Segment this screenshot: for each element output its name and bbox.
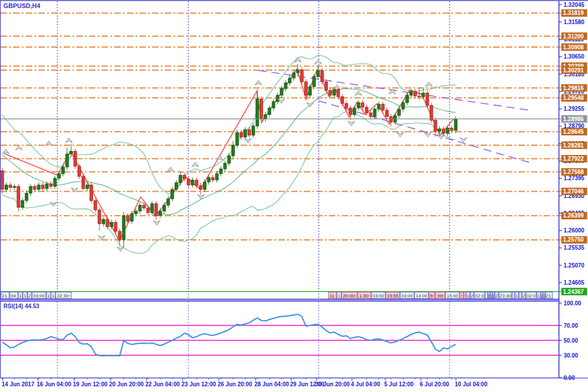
candle: [17, 187, 20, 207]
fractal-up-arrow-icon: [167, 167, 174, 172]
fractal-up-arrow-icon: [315, 60, 322, 64]
svg-text:1.27046: 1.27046: [563, 188, 585, 195]
fractal-down-arrow-icon: [438, 135, 444, 139]
candle: [130, 214, 133, 221]
fractal-down-arrow-icon: [307, 103, 314, 107]
candle: [357, 103, 360, 108]
fractal-down-arrow-icon: [117, 247, 124, 251]
svg-text:1.29548: 1.29548: [563, 95, 585, 101]
rsi-pane: [1, 315, 559, 356]
candle: [57, 174, 60, 178]
svg-text:1.25535: 1.25535: [564, 244, 585, 251]
fractal-up-arrow-icon: [334, 85, 341, 90]
fractal-up-arrow-icon: [355, 91, 362, 95]
svg-text:100.00: 100.00: [564, 300, 582, 306]
svg-text:4 Jul 04:00: 4 Jul 04:00: [351, 381, 381, 387]
candle: [33, 187, 36, 189]
svg-text:1.31819: 1.31819: [563, 10, 585, 16]
candle: [304, 81, 307, 95]
time-axis[interactable]: 14 Jun 201716 Jun 04:0019 Jun 12:0020 Ju…: [2, 378, 488, 388]
svg-text:1:30›: 1:30›: [359, 293, 370, 298]
fractal-down-arrow-icon: [348, 121, 355, 126]
candle: [312, 76, 315, 87]
candle: [248, 130, 251, 135]
candle: [211, 177, 214, 180]
candle: [401, 103, 404, 109]
svg-text:50.00: 50.00: [564, 337, 578, 344]
svg-text:14 Jun 2017: 14 Jun 2017: [2, 381, 34, 387]
candle: [252, 126, 255, 135]
svg-text:1.25070: 1.25070: [564, 262, 585, 269]
orange-level-lines: [1, 13, 559, 240]
candle: [454, 119, 457, 130]
candle: [203, 182, 206, 189]
chart-window[interactable]: 21:04:11203:001122:30›11:120:00›1:30›03:…: [0, 0, 588, 392]
svg-text:1: 1: [24, 293, 26, 298]
candle: [146, 208, 149, 213]
time-tag-strip: 21:04:11203:001122:30›11:120:00›1:30›03:…: [1, 292, 552, 298]
candle: [106, 219, 109, 227]
candle: [244, 130, 247, 137]
svg-text:|: |: [490, 293, 492, 298]
fractal-down-arrow-icon: [245, 138, 252, 143]
candle: [13, 187, 16, 188]
rsi-indicator-label: RSI(14) 44.53: [3, 303, 39, 309]
svg-text:15:55: 15:55: [387, 293, 399, 298]
candle: [264, 115, 267, 119]
candle: [231, 145, 234, 156]
candle: [430, 106, 433, 121]
svg-text:21:: 21:: [546, 293, 552, 298]
candle: [308, 87, 311, 95]
candle: [227, 156, 230, 163]
candle: [280, 88, 283, 95]
svg-text:1.24605: 1.24605: [564, 280, 585, 286]
candle: [69, 152, 72, 154]
candle: [361, 103, 364, 107]
weekly-separator-gridlines: [57, 1, 450, 378]
candle: [414, 91, 417, 96]
svg-text:1: 1: [338, 293, 341, 298]
svg-text:6 Jul 20:00: 6 Jul 20:00: [420, 381, 450, 387]
svg-text:1.30908: 1.30908: [563, 44, 585, 51]
svg-text:02:0: 02:0: [527, 293, 536, 298]
svg-text:1.27395: 1.27395: [564, 175, 585, 181]
candle: [353, 108, 356, 115]
svg-text:03:00: 03:00: [33, 293, 45, 298]
candle: [195, 180, 198, 186]
pane-borders: [0, 1, 588, 378]
svg-text:02:0: 02:0: [475, 293, 484, 298]
svg-text:23:30: 23:30: [500, 293, 512, 298]
svg-text:04:: 04:: [10, 293, 17, 298]
candle: [260, 99, 263, 119]
candle: [333, 89, 336, 95]
candle: [406, 95, 409, 103]
candle: [325, 81, 328, 90]
fractal-up-arrow-icon: [425, 82, 432, 87]
candle: [150, 204, 153, 213]
candle: [341, 97, 344, 104]
candle: [94, 201, 97, 210]
svg-text::: :: [486, 293, 487, 298]
candle: [78, 166, 80, 177]
svg-text:1.26399: 1.26399: [563, 212, 585, 219]
symbol-timeframe-label: GBPUSD,H4: [3, 2, 40, 9]
candle: [183, 175, 186, 179]
svg-text:1.29816: 1.29816: [563, 85, 585, 91]
svg-text:22:30›: 22:30›: [57, 293, 70, 298]
chart-canvas[interactable]: 21:04:11203:001122:30›11:120:00›1:30›03:…: [0, 0, 588, 392]
candle: [316, 71, 319, 76]
svg-text:19 Jun 12:00: 19 Jun 12:00: [73, 381, 107, 387]
candle: [82, 176, 85, 188]
candle: [329, 90, 332, 95]
svg-text:20 Jun 20:00: 20 Jun 20:00: [109, 381, 144, 387]
svg-text:22 Jun 04:00: 22 Jun 04:00: [145, 381, 180, 387]
price-axis[interactable]: 1.320451.315801.311151.306501.301851.297…: [559, 1, 588, 381]
svg-text:10 Jul 04:00: 10 Jul 04:00: [455, 381, 488, 387]
candle: [446, 128, 449, 133]
candle: [389, 117, 392, 122]
svg-text:14:00: 14:00: [416, 293, 428, 298]
candle: [365, 107, 368, 113]
candle: [90, 185, 93, 200]
svg-text:5 Jul 12:00: 5 Jul 12:00: [384, 381, 414, 387]
candle: [442, 129, 445, 134]
